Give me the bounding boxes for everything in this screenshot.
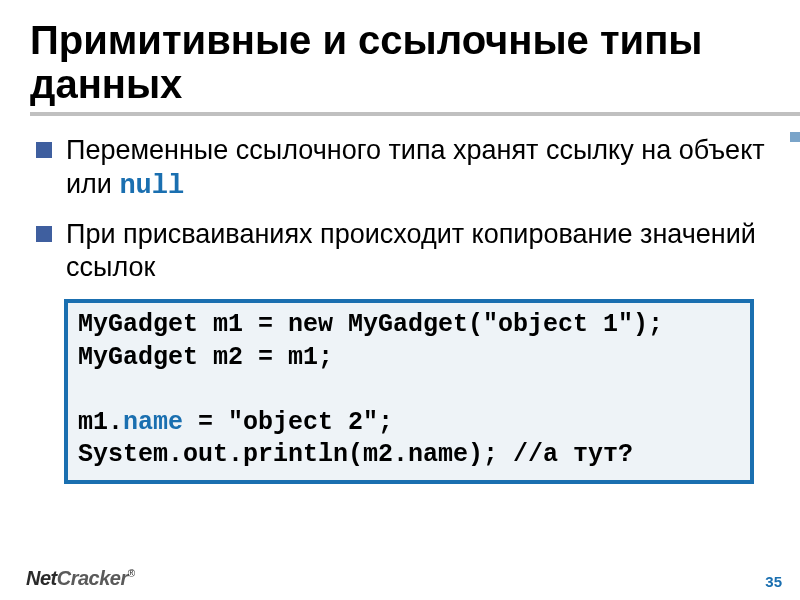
code-line: System.out.println(m2.name); //а тут? xyxy=(78,440,633,469)
code-line-part: m1. xyxy=(78,408,123,437)
bullet-icon xyxy=(36,226,52,242)
slide: Примитивные и ссылочные типы данных Пере… xyxy=(0,0,800,600)
footer: NetCracker® 35 xyxy=(26,567,782,590)
code-block: MyGadget m1 = new MyGadget("object 1"); … xyxy=(64,299,754,484)
logo-part-b: Cracker xyxy=(57,567,128,589)
code-line: MyGadget m1 = new MyGadget("object 1"); xyxy=(78,310,663,339)
bullet-item: При присваиваниях происходит копирование… xyxy=(36,218,770,286)
bullet-icon xyxy=(36,142,52,158)
code-line: MyGadget m2 = m1; xyxy=(78,343,333,372)
side-marker-icon xyxy=(790,132,800,142)
content-area: Переменные ссылочного типа хранят ссылку… xyxy=(30,116,770,484)
logo-part-a: Net xyxy=(26,567,57,589)
registered-icon: ® xyxy=(128,568,135,579)
bullet-text: При присваиваниях происходит копирование… xyxy=(66,218,770,286)
bullet-item: Переменные ссылочного типа хранят ссылку… xyxy=(36,134,770,204)
bullet-text: Переменные ссылочного типа хранят ссылку… xyxy=(66,134,770,204)
logo: NetCracker® xyxy=(26,567,135,590)
bullet-text-main: При присваиваниях происходит копирование… xyxy=(66,219,756,283)
code-property: name xyxy=(123,408,183,437)
page-number: 35 xyxy=(765,573,782,590)
code-line-part: = "object 2"; xyxy=(183,408,393,437)
code-keyword-null: null xyxy=(119,171,184,201)
slide-title: Примитивные и ссылочные типы данных xyxy=(30,18,770,106)
